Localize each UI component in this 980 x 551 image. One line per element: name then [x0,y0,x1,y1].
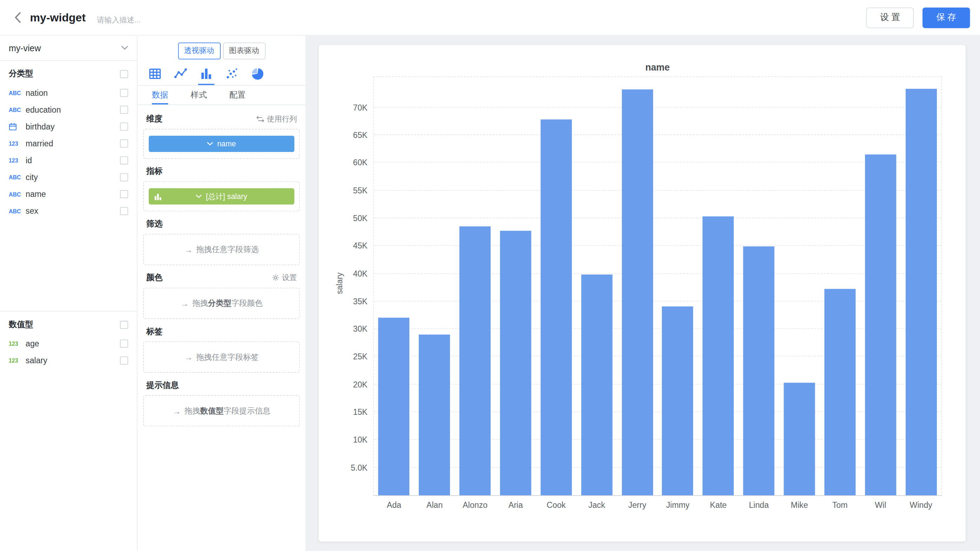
field-checkbox[interactable] [120,123,128,131]
color-drop-hint: 拖拽分类型字段颜色 [192,298,262,309]
field-item-birthday[interactable]: birthday [0,118,137,135]
label-drop-zone[interactable]: → 拖拽任意字段标签 [143,341,300,373]
bar-linda[interactable] [743,246,775,495]
mode-chart-button[interactable]: 图表驱动 [223,43,265,59]
bar-jimmy[interactable] [662,306,694,495]
field-checkbox[interactable] [120,357,128,365]
dimension-drop-zone[interactable]: name [143,129,300,159]
bar-slot [455,77,496,495]
field-checkbox[interactable] [120,156,128,164]
x-tick-label: Jerry [617,500,658,510]
measure-drop-zone[interactable]: [总计] salary [143,182,300,212]
label-drop-hint: 拖拽任意字段标签 [196,352,259,362]
tooltip-section-header: 提示信息 [146,380,297,391]
number-field-icon: 123 [9,157,25,164]
bar-tom[interactable] [824,288,856,495]
y-tick-label: 30K [353,324,368,334]
tooltip-drop-zone[interactable]: → 拖拽数值型字段提示信息 [143,395,300,427]
field-section-header: 分类型 [0,61,137,84]
select-all-checkbox[interactable] [120,320,128,328]
arrow-right-icon: → [185,352,192,362]
mode-toggle: 透视驱动 图表驱动 [137,36,305,60]
field-checkbox[interactable] [120,207,128,215]
bar-slot [374,77,415,495]
select-all-checkbox[interactable] [120,70,128,78]
text-field-icon: ABC [9,107,25,113]
y-tick-label: 25K [353,352,368,361]
bar-slot [779,77,820,495]
view-selector[interactable]: my-view [0,36,137,61]
field-checkbox[interactable] [120,106,128,114]
use-rows-cols-button[interactable]: 使用行列 [256,113,297,124]
settings-button[interactable]: 设 置 [866,7,914,28]
field-item-salary[interactable]: 123salary [0,352,137,369]
field-item-nation[interactable]: ABCnation [0,84,137,102]
bar-slot [658,77,698,495]
bar-kate[interactable] [703,217,734,495]
bar-mike[interactable] [784,383,815,495]
dimension-section-header: 维度 使用行列 [146,113,297,124]
filter-drop-zone[interactable]: → 拖拽任意字段筛选 [143,234,300,265]
bar-alan[interactable] [419,334,450,495]
measure-section-title: 指标 [146,166,162,177]
tab-style[interactable]: 样式 [191,86,207,104]
field-item-city[interactable]: ABCcity [0,169,137,186]
color-settings-button[interactable]: 设置 [272,272,297,283]
field-checkbox[interactable] [120,340,128,348]
tab-data[interactable]: 数据 [152,86,168,104]
measure-chip-label: [总计] salary [206,191,247,201]
plot-area: 5.0K10K15K20K25K30K35K40K45K50K55K60K65K… [373,76,942,496]
field-name: sex [25,206,120,216]
field-checkbox[interactable] [120,174,128,182]
chart-config-panel: 透视驱动 图表驱动 数据样式配置 维度 使用行列 name [137,36,306,551]
filter-drop-hint: 拖拽任意字段筛选 [196,244,259,255]
dimension-chip[interactable]: name [149,136,294,152]
field-name: age [25,339,120,349]
x-tick-label: Wil [860,500,901,510]
field-item-id[interactable]: 123id [0,152,137,169]
topbar-actions: 设 置 保 存 [866,7,980,28]
save-button[interactable]: 保 存 [923,7,970,28]
color-drop-zone[interactable]: → 拖拽分类型字段颜色 [143,288,300,319]
bar-wil[interactable] [865,154,896,495]
arrow-right-icon: → [185,245,192,255]
bar-jack[interactable] [581,275,612,495]
line-chart-icon[interactable] [173,67,189,85]
field-section-header: 数值型 [0,311,137,335]
bar-aria[interactable] [500,231,531,495]
number-field-icon: 123 [9,140,25,147]
description-input[interactable]: 请输入描述... [97,15,141,25]
field-item-married[interactable]: 123married [0,135,137,152]
field-checkbox[interactable] [120,89,128,97]
bar-alonzo[interactable] [460,226,491,495]
field-name: nation [25,88,120,97]
chart-title: name [373,62,942,72]
bar-ada[interactable] [379,318,410,495]
y-tick-label: 55K [353,186,368,195]
bar-slot [414,77,455,495]
bar-cook[interactable] [541,120,572,495]
pie-chart-icon[interactable] [250,67,266,85]
filter-section-title: 筛选 [146,218,162,229]
scatter-chart-icon[interactable] [224,67,240,85]
field-checkbox[interactable] [120,190,128,198]
label-section-title: 标签 [146,326,162,337]
bar-slot [860,77,901,495]
measure-chip[interactable]: [总计] salary [149,188,294,204]
field-item-education[interactable]: ABCeducation [0,102,137,118]
field-section-numeric: 数值型123age123salary [0,311,137,551]
field-section-title: 分类型 [9,68,33,79]
bar-jerry[interactable] [622,90,653,495]
field-item-age[interactable]: 123age [0,335,137,352]
back-button[interactable] [10,10,25,25]
bar-chart-icon[interactable] [198,67,214,85]
field-item-sex[interactable]: ABCsex [0,202,137,219]
tab-config[interactable]: 配置 [229,86,245,104]
field-item-name[interactable]: ABCname [0,186,137,202]
bar-windy[interactable] [905,88,937,495]
field-checkbox[interactable] [120,139,128,147]
table-icon[interactable] [147,67,163,85]
mode-pivot-button[interactable]: 透视驱动 [178,43,220,59]
x-axis: AdaAlanAlonzoAriaCookJackJerryJimmyKateL… [374,500,942,510]
x-tick-label: Mike [779,500,820,510]
